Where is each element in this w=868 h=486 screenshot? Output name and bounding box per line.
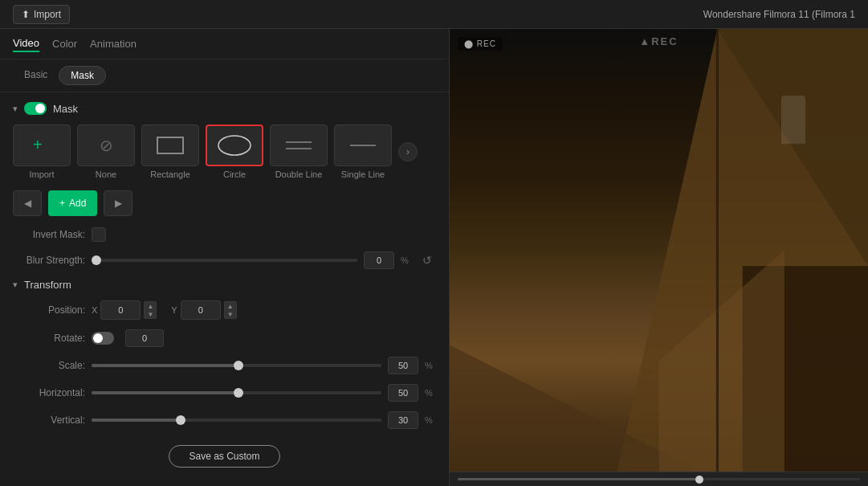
- mask-single-line-box: [334, 125, 392, 166]
- rotate-row: Rotate: 0: [13, 329, 436, 347]
- rotate-input[interactable]: 0: [125, 329, 164, 347]
- position-y-input[interactable]: 0: [181, 300, 221, 320]
- add-icon: +: [59, 198, 65, 209]
- none-icon: ⊘: [100, 136, 113, 155]
- mask-circle-box: [206, 125, 263, 166]
- sub-tab-row: Basic Mask: [0, 59, 449, 92]
- position-x-spinners[interactable]: ▲ ▼: [144, 301, 157, 319]
- mask-option-import[interactable]: + Import: [13, 125, 71, 179]
- mask-section-label: Mask: [53, 103, 78, 115]
- skater-figure: [781, 96, 805, 144]
- timeline-thumb[interactable]: [695, 476, 703, 484]
- position-x-down[interactable]: ▼: [145, 310, 156, 318]
- rec-text: ⬤ REC: [464, 39, 496, 48]
- scale-label: Scale:: [13, 360, 85, 371]
- vertical-row: Vertical: 30 %: [13, 411, 436, 429]
- mask-option-none[interactable]: ⊘ None: [77, 125, 135, 179]
- rec-overlay: ⬤ REC: [458, 37, 503, 51]
- horizontal-label: Horizontal:: [13, 387, 85, 398]
- action-row: ◀ + Add ▶: [13, 190, 436, 216]
- transform-collapse-arrow[interactable]: ▾: [13, 280, 18, 290]
- panel-content: ▾ Mask + Import ⊘ None: [0, 92, 449, 486]
- position-x-up[interactable]: ▲: [145, 302, 156, 310]
- mask-option-circle[interactable]: Circle: [206, 125, 263, 179]
- position-y-down[interactable]: ▼: [225, 310, 236, 318]
- position-y-up[interactable]: ▲: [225, 302, 236, 310]
- mask-import-label: Import: [29, 169, 54, 179]
- mask-none-label: None: [96, 169, 116, 179]
- position-x-input[interactable]: 0: [100, 300, 141, 320]
- action-next-button[interactable]: ▶: [104, 190, 132, 216]
- mask-options-row: + Import ⊘ None: [13, 125, 436, 179]
- horizontal-slider[interactable]: [92, 391, 381, 394]
- next-icon: ▶: [115, 198, 122, 209]
- scale-slider[interactable]: [92, 364, 381, 367]
- blur-strength-label: Blur Strength:: [13, 255, 85, 266]
- mask-rectangle-box: [141, 125, 199, 166]
- prev-icon: ◀: [24, 198, 31, 209]
- horizontal-row: Horizontal: 50 %: [13, 384, 436, 402]
- mask-import-box: +: [13, 125, 71, 166]
- skate-scene: ⬤ REC ▲REC: [450, 29, 868, 472]
- invert-mask-row: Invert Mask:: [13, 227, 436, 242]
- y-axis-label: Y: [171, 305, 177, 315]
- x-axis-label: X: [92, 305, 97, 315]
- mask-option-rectangle[interactable]: Rectangle: [141, 125, 199, 179]
- mask-double-line-label: Double Line: [275, 169, 323, 179]
- transform-header: ▾ Transform: [13, 279, 436, 291]
- sub-tab-basic[interactable]: Basic: [13, 66, 59, 85]
- sub-tab-mask[interactable]: Mask: [59, 66, 106, 85]
- right-panel: ⬤ REC ▲REC: [450, 29, 868, 486]
- app-title: Wondershare Filmora 11 (Filmora 1: [703, 9, 855, 20]
- blur-strength-input[interactable]: 0: [364, 251, 394, 269]
- position-label: Position:: [13, 304, 85, 316]
- invert-mask-label: Invert Mask:: [13, 229, 85, 240]
- plus-icon: +: [33, 137, 51, 154]
- scale-row: Scale: 50 %: [13, 357, 436, 374]
- mask-toggle[interactable]: [24, 102, 47, 115]
- scale-input[interactable]: 50: [388, 357, 418, 374]
- action-prev-button[interactable]: ◀: [13, 190, 42, 216]
- rotate-label: Rotate:: [13, 333, 85, 344]
- position-y-group: Y 0 ▲ ▼: [171, 300, 236, 320]
- double-line-icon: [283, 134, 315, 157]
- mask-option-single-line[interactable]: Single Line: [334, 125, 392, 179]
- main-layout: Video Color Animation Basic Mask ▾ Mask: [0, 29, 868, 486]
- svg-rect-0: [157, 137, 183, 153]
- blur-strength-row: Blur Strength: 0 % ↺: [13, 251, 436, 269]
- scale-unit: %: [425, 361, 436, 370]
- position-y-spinners[interactable]: ▲ ▼: [224, 301, 237, 319]
- add-mask-button[interactable]: + Add: [48, 190, 97, 216]
- add-label: Add: [69, 198, 86, 209]
- rotate-toggle[interactable]: [92, 332, 114, 345]
- mask-collapse-arrow[interactable]: ▾: [13, 104, 18, 114]
- tab-video[interactable]: Video: [13, 35, 39, 52]
- vertical-input[interactable]: 30: [388, 411, 418, 429]
- timeline-track[interactable]: [458, 478, 860, 480]
- blur-strength-slider[interactable]: [92, 259, 357, 262]
- horizontal-input[interactable]: 50: [388, 384, 418, 402]
- mask-circle-label: Circle: [223, 169, 246, 179]
- timeline-progress: [458, 478, 699, 480]
- tab-color[interactable]: Color: [52, 36, 77, 51]
- topbar: ⬆ Import Wondershare Filmora 11 (Filmora…: [0, 0, 868, 29]
- mask-double-line-box: [270, 125, 328, 166]
- save-custom-button[interactable]: Save as Custom: [169, 445, 279, 468]
- vertical-unit: %: [425, 415, 436, 425]
- tab-row: Video Color Animation: [0, 29, 449, 59]
- import-button[interactable]: ⬆ Import: [13, 5, 70, 24]
- video-preview: ⬤ REC ▲REC: [450, 29, 868, 472]
- transform-label: Transform: [24, 279, 71, 291]
- invert-mask-checkbox[interactable]: [92, 227, 106, 242]
- mask-nav-next[interactable]: ›: [398, 142, 418, 161]
- import-icon: ⬆: [22, 9, 30, 20]
- horizontal-unit: %: [425, 388, 436, 398]
- blur-strength-unit: %: [401, 255, 412, 265]
- vertical-slider[interactable]: [92, 419, 381, 422]
- blur-reset-button[interactable]: ↺: [418, 251, 436, 269]
- tab-animation[interactable]: Animation: [90, 36, 137, 51]
- mask-none-box: ⊘: [77, 125, 135, 166]
- position-x-group: X 0 ▲ ▼: [92, 300, 157, 320]
- mask-single-line-label: Single Line: [341, 169, 385, 179]
- mask-option-double-line[interactable]: Double Line: [270, 125, 328, 179]
